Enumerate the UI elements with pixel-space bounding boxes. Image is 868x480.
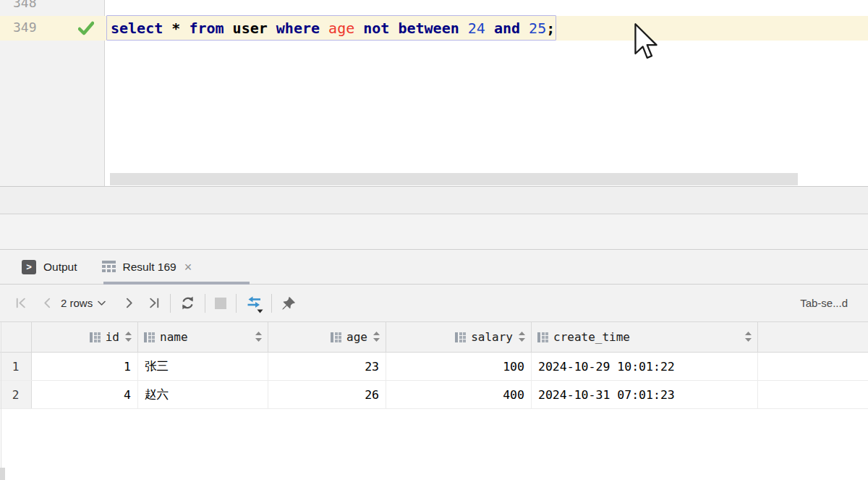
- grid-header-row: idnameagesalarycreate_time: [0, 322, 868, 353]
- sort-toggle-icon[interactable]: [745, 332, 752, 342]
- table-cell-age[interactable]: 26: [268, 381, 386, 408]
- column-icon: [90, 332, 101, 342]
- row-number-cell[interactable]: 2: [0, 381, 32, 408]
- sql-token-number: 25: [529, 20, 546, 37]
- stop-button[interactable]: [215, 298, 226, 309]
- column-header-label: salary: [471, 330, 513, 344]
- sql-token-plain: *: [171, 20, 180, 37]
- toolbar-separator: [205, 294, 205, 313]
- statement-executed-check-icon: [78, 21, 94, 35]
- column-header-label: age: [346, 330, 367, 344]
- column-header-create_time[interactable]: create_time: [532, 322, 758, 352]
- column-header-label: name: [160, 330, 188, 344]
- tab-label: Result 169: [123, 261, 176, 274]
- last-page-button[interactable]: [148, 297, 161, 309]
- column-icon: [455, 332, 466, 342]
- table-cell-create_time[interactable]: 2024-10-29 10:01:22: [532, 353, 758, 380]
- chevron-down-icon: [98, 300, 106, 306]
- sort-toggle-icon[interactable]: [125, 332, 132, 342]
- row-number-header-cell[interactable]: [0, 322, 32, 352]
- column-icon: [331, 332, 341, 342]
- sql-token-plain: [224, 20, 233, 37]
- terminal-output-icon: >: [22, 260, 36, 274]
- rows-count-label: 2 rows: [61, 297, 93, 309]
- first-page-button[interactable]: [14, 297, 27, 309]
- grid-body: 11张三231002024-10-29 10:01:2224赵六26400202…: [0, 353, 868, 409]
- sql-editor[interactable]: 348 349 select * from user where age not…: [0, 0, 868, 186]
- previous-page-button[interactable]: [41, 297, 54, 309]
- result-grid: idnameagesalarycreate_time 11张三231002024…: [0, 322, 868, 409]
- result-toolbar: 2 rows: [0, 285, 868, 322]
- sql-token-plain: [520, 20, 529, 37]
- refresh-icon: [180, 295, 195, 311]
- sql-token-plain: [459, 20, 468, 37]
- table-row: 24赵六264002024-10-31 07:01:23: [0, 381, 868, 409]
- sql-token-plain: [268, 20, 276, 37]
- sql-token-plain: [354, 20, 363, 37]
- sql-token-keyword: where: [276, 20, 320, 37]
- splitter-band[interactable]: [0, 186, 868, 214]
- grid-vertical-scrollbar[interactable]: [0, 468, 5, 480]
- column-icon: [537, 332, 548, 342]
- table-cell-salary[interactable]: 100: [386, 353, 532, 380]
- stop-icon: [215, 298, 226, 309]
- current-line-highlight: 349 select * from user where age not bet…: [0, 16, 868, 41]
- sql-token-keyword: and: [494, 20, 520, 37]
- sql-token-plain: ;: [546, 20, 555, 37]
- row-number-cell[interactable]: 1: [0, 353, 32, 380]
- column-header-name[interactable]: name: [138, 322, 268, 352]
- compare-data-button[interactable]: [246, 295, 262, 311]
- editor-horizontal-scrollbar[interactable]: [110, 173, 798, 185]
- table-cell-create_time[interactable]: 2024-10-31 07:01:23: [532, 381, 758, 408]
- pin-tab-button[interactable]: [281, 296, 296, 311]
- sql-token-keyword: from: [189, 20, 224, 37]
- table-cell-name[interactable]: 张三: [138, 353, 268, 380]
- pin-icon: [281, 296, 296, 311]
- sql-token-plain: user: [233, 20, 268, 37]
- column-header-age[interactable]: age: [268, 322, 386, 352]
- tab-output[interactable]: > Output: [22, 250, 77, 284]
- tool-window-header-band: [0, 214, 868, 250]
- toolbar-separator: [170, 294, 171, 313]
- sort-toggle-icon[interactable]: [255, 332, 262, 342]
- sql-token-keyword: not: [363, 20, 389, 37]
- sql-token-number: 24: [468, 20, 485, 37]
- first-page-icon: [14, 297, 27, 309]
- chevron-right-icon: [123, 297, 135, 309]
- reload-data-button[interactable]: [180, 295, 195, 311]
- close-icon[interactable]: ×: [184, 261, 192, 274]
- column-header-label: create_time: [553, 330, 630, 344]
- column-header-id[interactable]: id: [32, 322, 138, 352]
- next-page-button[interactable]: [123, 297, 135, 309]
- result-grid-icon: [102, 261, 116, 273]
- sql-token-keyword: select: [111, 20, 163, 37]
- rows-count-dropdown[interactable]: 2 rows: [61, 297, 106, 309]
- sql-token-plain: [389, 20, 398, 37]
- table-cell-age[interactable]: 23: [268, 353, 386, 380]
- sort-toggle-icon[interactable]: [519, 332, 525, 342]
- sql-token-plain: [180, 20, 189, 37]
- column-icon: [144, 332, 155, 342]
- sql-token-keyword: between: [398, 20, 459, 37]
- tab-result[interactable]: Result 169 ×: [102, 250, 192, 284]
- sql-token-plain: [485, 20, 494, 37]
- last-page-icon: [148, 297, 161, 309]
- table-row: 11张三231002024-10-29 10:01:22: [0, 353, 868, 381]
- table-cell-id[interactable]: 1: [32, 353, 138, 380]
- sort-toggle-icon[interactable]: [373, 332, 380, 342]
- sql-statement[interactable]: select * from user where age not between…: [111, 16, 555, 41]
- panel-left-border: [1, 322, 1, 468]
- table-cell-salary[interactable]: 400: [386, 381, 532, 408]
- table-cell-id[interactable]: 4: [32, 381, 138, 408]
- chevron-left-icon: [41, 297, 54, 309]
- column-header-salary[interactable]: salary: [386, 322, 532, 352]
- line-number: 348: [13, 0, 37, 10]
- tab-label: Output: [43, 261, 77, 274]
- dropdown-caret-icon: [257, 309, 263, 313]
- toolbar-separator: [236, 294, 237, 313]
- line-number: 349: [13, 20, 37, 35]
- mouse-cursor-icon: [634, 22, 663, 63]
- ide-window: 348 349 select * from user where age not…: [0, 0, 868, 480]
- column-header-label: id: [106, 330, 119, 344]
- table-cell-name[interactable]: 赵六: [138, 381, 268, 408]
